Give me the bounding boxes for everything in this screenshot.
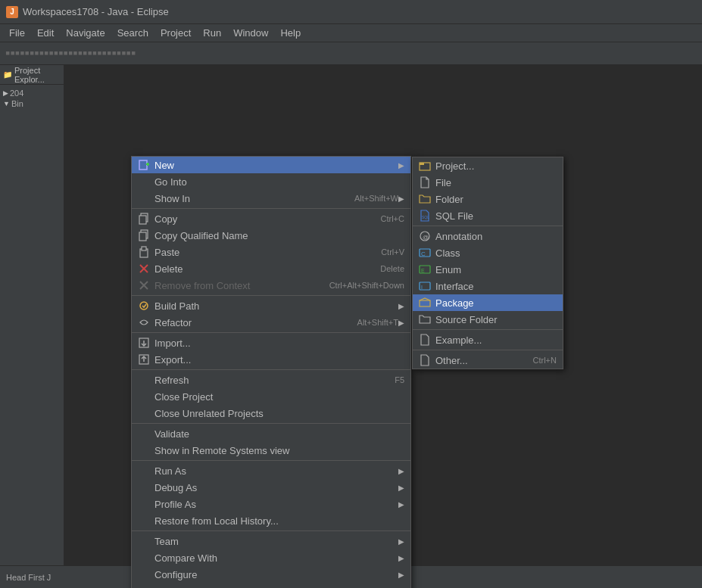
separator-1 (132, 208, 410, 209)
copy-qualified-icon (138, 229, 150, 241)
new-icon (138, 159, 150, 171)
menu-window[interactable]: Window (227, 26, 274, 40)
ctx-team-arrow: ▶ (398, 537, 404, 546)
expand-arrow: ▶ (3, 89, 8, 97)
example-icon (419, 334, 431, 346)
submenu-sep-1 (413, 226, 563, 226)
submenu-other[interactable]: Other... Ctrl+N (413, 352, 563, 369)
submenu-source-folder[interactable]: Source Folder (413, 311, 563, 328)
ctx-debug-as[interactable]: Debug As ▶ (132, 479, 410, 496)
ctx-team-label: Team (154, 536, 398, 547)
svg-text:I: I (421, 285, 423, 290)
submenu-annotation[interactable]: @ Annotation (413, 228, 563, 244)
svg-rect-8 (142, 247, 146, 250)
build-path-icon (138, 300, 150, 312)
submenu-package-label: Package (435, 297, 557, 309)
refactor-icon (138, 316, 150, 328)
submenu-project[interactable]: Project... (413, 157, 563, 174)
app-icon: J (6, 6, 18, 18)
ctx-configure[interactable]: Configure ▶ (132, 566, 410, 583)
menu-edit[interactable]: Edit (31, 26, 60, 40)
ctx-close-project[interactable]: Close Project (132, 388, 410, 405)
ctx-source[interactable]: Source ▶ (132, 583, 410, 588)
svg-rect-19 (420, 163, 424, 165)
ctx-show-in-label: Show In (154, 193, 342, 204)
expand-arrow: ▼ (3, 100, 10, 107)
submenu-sql-file[interactable]: SQL SQL File (413, 207, 563, 224)
ctx-refactor[interactable]: Refactor Alt+Shift+T ▶ (132, 314, 410, 331)
ctx-close-unrelated-label: Close Unrelated Projects (154, 408, 404, 419)
other-icon (419, 354, 431, 366)
submenu-enum[interactable]: E Enum (413, 261, 563, 278)
submenu-sep-3 (413, 350, 563, 350)
ctx-paste[interactable]: Paste Ctrl+V (132, 244, 410, 260)
ctx-new-arrow: ▶ (398, 161, 404, 170)
menu-navigate[interactable]: Navigate (60, 26, 111, 40)
submenu-example[interactable]: Example... (413, 331, 563, 348)
ctx-copy-qualified[interactable]: Copy Qualified Name (132, 227, 410, 244)
ctx-export[interactable]: Export... (132, 351, 410, 368)
ctx-new-label: New (154, 160, 398, 171)
menu-run[interactable]: Run (197, 26, 227, 40)
status-text: Head First J (6, 573, 51, 582)
ctx-remove-context[interactable]: Remove from Context Ctrl+Alt+Shift+Down (132, 277, 410, 294)
menu-project[interactable]: Project (154, 26, 197, 40)
ctx-delete[interactable]: Delete Delete (132, 260, 410, 277)
annotation-icon: @ (419, 230, 431, 242)
separator-4 (132, 369, 410, 370)
export-icon (138, 353, 150, 366)
ctx-validate[interactable]: Validate (132, 425, 410, 442)
tree-area: ▶ 204 ▼ Bin (0, 85, 64, 112)
ctx-copy[interactable]: Copy Ctrl+C (132, 210, 410, 227)
ctx-show-in-arrow: ▶ (398, 194, 404, 203)
ctx-team[interactable]: Team ▶ (132, 533, 410, 549)
tree-item-label: 204 (10, 89, 23, 98)
submenu-source-folder-label: Source Folder (435, 314, 557, 325)
compare-with-icon (138, 552, 150, 564)
ctx-refresh[interactable]: Refresh F5 (132, 372, 410, 388)
menu-help[interactable]: Help (274, 26, 307, 40)
ctx-show-remote[interactable]: Show in Remote Systems view (132, 442, 410, 459)
ctx-compare-with[interactable]: Compare With ▶ (132, 549, 410, 566)
run-as-icon (138, 465, 150, 477)
separator-5 (132, 423, 410, 424)
submenu-annotation-label: Annotation (435, 231, 557, 242)
separator-6 (132, 460, 410, 461)
copy-icon (138, 213, 150, 225)
ctx-build-path[interactable]: Build Path ▶ (132, 297, 410, 314)
ctx-restore-history[interactable]: Restore from Local History... (132, 512, 410, 529)
ctx-show-in[interactable]: Show In Alt+Shift+W ▶ (132, 190, 410, 207)
submenu-other-shortcut: Ctrl+N (533, 356, 557, 365)
submenu-interface[interactable]: I Interface (413, 278, 563, 294)
ctx-new[interactable]: New ▶ (132, 157, 410, 173)
submenu-package[interactable]: Package (413, 294, 563, 311)
ctx-import[interactable]: Import... (132, 334, 410, 351)
menu-search[interactable]: Search (111, 26, 154, 40)
svg-text:@: @ (423, 234, 429, 241)
package-icon (419, 297, 431, 309)
tree-item-204[interactable]: ▶ 204 (2, 88, 62, 98)
submenu-folder[interactable]: Folder (413, 191, 563, 207)
delete-icon (138, 263, 150, 275)
ctx-close-unrelated[interactable]: Close Unrelated Projects (132, 405, 410, 422)
tree-item-bin[interactable]: ▼ Bin (2, 98, 62, 109)
ctx-run-as-arrow: ▶ (398, 467, 404, 475)
ctx-build-path-label: Build Path (154, 300, 398, 312)
ctx-run-as[interactable]: Run As ▶ (132, 462, 410, 479)
configure-icon (138, 568, 150, 580)
svg-point-13 (140, 302, 148, 310)
separator-2 (132, 295, 410, 296)
ctx-profile-as[interactable]: Profile As ▶ (132, 496, 410, 512)
interface-icon: I (419, 280, 431, 292)
submenu-enum-label: Enum (435, 264, 557, 275)
submenu-file[interactable]: File (413, 174, 563, 191)
menu-file[interactable]: File (3, 26, 31, 40)
project-icon (419, 160, 431, 172)
ctx-refactor-label: Refactor (154, 317, 345, 328)
ctx-configure-label: Configure (154, 569, 398, 580)
close-unrelated-icon (138, 407, 150, 419)
file-icon (419, 176, 431, 188)
submenu-class[interactable]: C Class (413, 244, 563, 261)
ctx-go-into[interactable]: Go Into (132, 173, 410, 190)
svg-rect-0 (139, 160, 147, 170)
